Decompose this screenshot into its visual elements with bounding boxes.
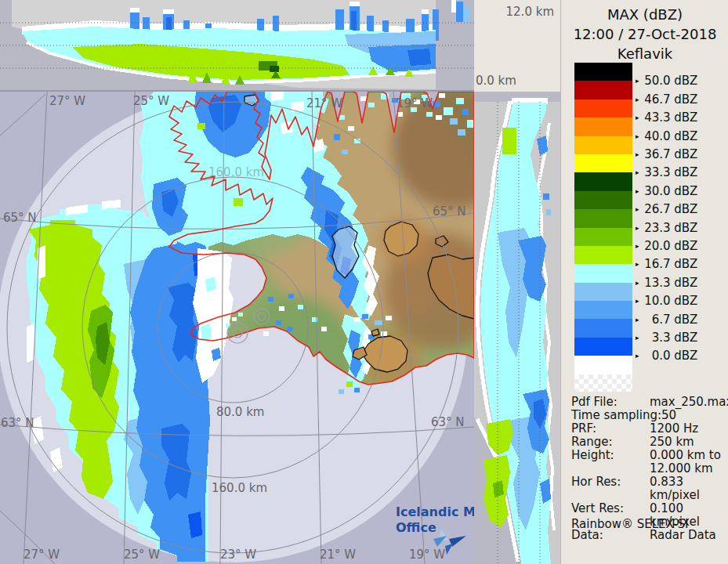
colorbar-label: ▸23.3 dBZ: [636, 221, 697, 235]
colorbar-label: ▸16.7 dBZ: [636, 257, 697, 271]
tick-arrow-icon: ▸: [636, 168, 639, 176]
colorbar-label: ▸36.7 dBZ: [636, 147, 697, 161]
metadata-value: 12.000 km: [650, 462, 713, 475]
colorbar-label: ▸13.3 dBZ: [636, 276, 697, 290]
range-ring-label: 160.0 km: [208, 165, 264, 179]
dbz-colorbar: [574, 63, 632, 392]
colorbar-label: ▸46.7 dBZ: [636, 92, 697, 107]
colorbar-swatch: [574, 172, 632, 190]
metadata-row: Range:250 km: [571, 436, 724, 449]
colorbar-transparency-checker: [574, 374, 632, 392]
tick-arrow-icon: ▸: [636, 114, 639, 121]
colorbar-label: ▸40.0 dBZ: [636, 129, 697, 143]
imo-logo-text-1: Icelandic Met: [396, 504, 474, 519]
metadata-label: [571, 462, 650, 475]
colorbar-swatch: [574, 319, 632, 337]
metadata-label: Height:: [571, 449, 650, 462]
side-cross-section-panel: [474, 92, 560, 564]
tick-arrow-icon: ▸: [636, 187, 639, 195]
tick-arrow-icon: ▸: [636, 260, 639, 268]
lat-label: 65° N: [433, 204, 466, 219]
metadata-row: Height:0.000 km to: [571, 449, 724, 462]
colorbar-swatch: [574, 338, 632, 356]
tick-arrow-icon: ▸: [636, 224, 639, 232]
timestamp: 12:00 / 27-Oct-2018: [561, 24, 728, 44]
tick-arrow-icon: ▸: [636, 334, 639, 342]
metadata-value: 0.833 km/pixel: [650, 475, 724, 502]
lon-label: 25° W: [133, 94, 169, 108]
colorbar-label: ▸30.0 dBZ: [636, 184, 697, 198]
software-brand: Rainbow® SELEX-SI: [571, 517, 688, 531]
colorbar-swatch: [574, 99, 632, 118]
product-title: MAX (dBZ): [561, 5, 728, 24]
colorbar-swatch: [574, 283, 632, 301]
top-cross-section-panel: [0, 0, 474, 92]
metadata-label: Range:: [571, 436, 650, 449]
metadata-value: 250 km: [650, 436, 694, 449]
metadata-row: Pdf File:max_250.max: [571, 396, 724, 409]
metadata-label: Hor Res:: [571, 475, 650, 502]
lon-label: 19° W: [409, 548, 445, 562]
metadata-row: Hor Res:0.833 km/pixel: [571, 475, 724, 502]
colorbar-swatch: [574, 301, 632, 319]
tick-arrow-icon: ▸: [636, 279, 639, 287]
metadata-row: 12.000 km: [571, 462, 724, 475]
tick-arrow-icon: ▸: [636, 150, 639, 158]
colorbar-label: ▸43.3 dBZ: [636, 110, 697, 125]
metadata-row: PRF:1200 Hz: [571, 422, 724, 436]
range-ring-label: 80.0 km: [216, 405, 264, 419]
tick-arrow-icon: ▸: [636, 297, 639, 305]
colorbar-swatch: [574, 81, 632, 99]
lon-label: 27° W: [24, 548, 60, 562]
tick-arrow-icon: ▸: [636, 132, 639, 140]
tick-arrow-icon: ▸: [636, 96, 639, 103]
tick-arrow-icon: ▸: [636, 205, 639, 213]
metadata-value: 1200 Hz: [650, 422, 698, 436]
metadata-label: Pdf File:: [571, 396, 650, 409]
metadata-label: Time sampling:: [571, 409, 661, 422]
colorbar-label: ▸3.3 dBZ: [636, 331, 697, 345]
lon-label: 23° W: [220, 548, 256, 562]
colorbar-label: ▸10.0 dBZ: [636, 294, 697, 308]
colorbar-label: ▸0.0 dBZ: [636, 349, 697, 363]
tick-arrow-icon: ▸: [636, 77, 639, 85]
colorbar-label: ▸33.3 dBZ: [636, 165, 697, 179]
lat-label: 63° N: [431, 415, 465, 429]
radar-map: 27° W 25° W 21° W 19° W 27° W 25° W 23° …: [0, 92, 474, 564]
imo-logo-text-2: Office: [396, 520, 436, 535]
colorbar-swatch: [574, 136, 632, 154]
tick-arrow-icon: ▸: [636, 316, 639, 324]
station-name: Keflavik: [561, 44, 728, 63]
lon-label: 25° W: [124, 548, 160, 562]
axis-origin-label: 0.0 km: [476, 74, 516, 88]
axis-top-label: 12.0 km: [506, 5, 554, 19]
range-ring-label: 160.0 km: [212, 481, 267, 495]
colorbar-swatch: [574, 228, 632, 246]
colorbar-swatch: [574, 191, 632, 209]
tick-arrow-icon: ▸: [636, 352, 639, 360]
legend-panel: MAX (dBZ) 12:00 / 27-Oct-2018 Keflavik ▸…: [560, 0, 728, 564]
colorbar-swatch: [574, 264, 632, 282]
colorbar-label: ▸50.0 dBZ: [636, 74, 697, 88]
metadata-label: PRF:: [571, 422, 650, 436]
lon-label: 19° W: [397, 96, 433, 110]
colorbar-below-threshold: [574, 356, 632, 374]
height-axis-box: 12.0 km 0.0 km: [474, 0, 560, 92]
colorbar-swatch: [574, 209, 632, 227]
lon-label: 27° W: [49, 94, 85, 108]
lat-label: 63° N: [1, 416, 34, 430]
radar-app-window: 12.0 km 0.0 km: [0, 0, 728, 564]
lon-label: 21° W: [320, 548, 356, 562]
colorbar-label: ▸6.7 dBZ: [636, 313, 697, 327]
legend-title-block: MAX (dBZ) 12:00 / 27-Oct-2018 Keflavik: [561, 5, 728, 63]
colorbar-swatch: [574, 63, 632, 81]
colorbar-swatch: [574, 118, 632, 136]
lat-label: 65° N: [3, 211, 37, 225]
colorbar-swatch: [574, 154, 632, 172]
metadata-row: Time sampling:50: [571, 409, 724, 422]
metadata-value: max_250.max: [650, 396, 728, 409]
colorbar-label: ▸26.7 dBZ: [636, 202, 697, 216]
metadata-value: 0.000 km to: [650, 449, 721, 462]
tick-arrow-icon: ▸: [636, 242, 639, 250]
lon-label: 21° W: [306, 96, 342, 110]
